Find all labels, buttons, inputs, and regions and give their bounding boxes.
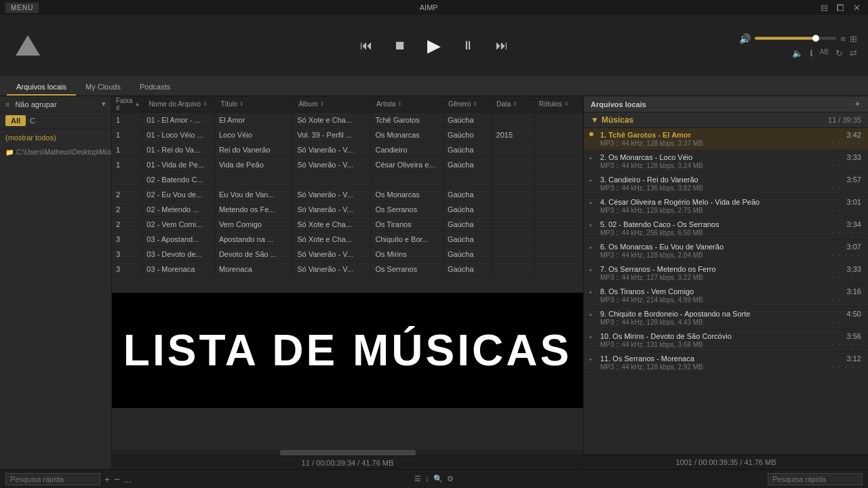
group-selector[interactable]: ≡ Não agrupar ▾ <box>0 96 111 113</box>
right-item-options[interactable]: · · · · · <box>832 363 861 371</box>
sort-icon[interactable]: ↕ <box>425 474 429 483</box>
th-faixa[interactable]: Faixa # ▲ <box>112 96 144 112</box>
shuffle-icon[interactable]: ⇄ <box>850 48 857 58</box>
logo-triangle <box>16 35 40 56</box>
section-title-text: Músicas <box>601 115 633 125</box>
right-item-meta: MP3 :: 44 kHz, 128 kbps, 2.84 MB <box>600 251 703 259</box>
next-button[interactable]: ⏭ <box>492 35 512 56</box>
right-item-options[interactable]: · · · · · <box>832 229 861 237</box>
minimize-icon[interactable]: ⊟ <box>818 3 830 13</box>
filter-c-button[interactable]: C <box>30 117 35 125</box>
list-item[interactable]: •8. Os Tiranos - Vem Comigo3:16MP3 :: 44… <box>584 285 868 307</box>
volume-slider[interactable] <box>755 37 836 40</box>
stop-button[interactable]: ⏹ <box>390 35 410 56</box>
prev-button[interactable]: ⏮ <box>356 35 376 56</box>
th-titulo[interactable]: Título ⇕ <box>216 96 294 112</box>
show-all-link[interactable]: (mostrar todos) <box>0 129 111 146</box>
list-item[interactable]: •9. Chiquito e Bordoneio - Apostando na … <box>584 307 868 329</box>
volume-icon: 🔊 <box>739 33 751 44</box>
right-item-duration: 3:57 <box>847 176 861 184</box>
filter-all-button[interactable]: All <box>5 115 26 126</box>
search-icon[interactable]: 🔍 <box>433 474 443 483</box>
play-indicator <box>589 132 593 136</box>
list-icon[interactable]: ☰ <box>414 474 421 483</box>
right-item-meta: MP3 :: 44 kHz, 128 kbps, 3.37 MB <box>600 140 703 147</box>
restore-icon[interactable]: ⧠ <box>834 3 847 13</box>
list-item[interactable]: •10. Os Mirins - Devoto de São Corcóvio3… <box>584 329 868 352</box>
settings-icon[interactable]: ⚙ <box>447 474 454 483</box>
tab-arquivos-locais[interactable]: Arquivos locais <box>7 79 76 96</box>
tab-podcasts[interactable]: Podcasts <box>130 79 180 96</box>
table-row[interactable]: 101 - Loco Véio ...Loco VéioVol. 39 - Pe… <box>112 127 583 142</box>
collapse-icon[interactable]: ▼ <box>591 115 599 125</box>
close-icon[interactable]: ✕ <box>851 3 863 13</box>
search-input-right[interactable] <box>768 473 863 485</box>
table-row[interactable]: 101 - Rei do Va...Rei do VanerãoSó Vaner… <box>112 142 583 157</box>
tab-my-clouds[interactable]: My Clouds <box>76 79 130 96</box>
more-icon[interactable]: ... <box>123 474 132 485</box>
volume-row: 🔊 ≡ ⊞ <box>739 33 857 44</box>
th-album[interactable]: Álbum ⇕ <box>294 96 372 112</box>
top-bar: MENU AIMP ⊟ ⧠ ✕ <box>0 0 868 15</box>
info-icon[interactable]: ℹ <box>810 48 813 58</box>
right-item-options[interactable]: · · · · · <box>832 296 861 304</box>
table-row[interactable]: 02 - Batendo C... <box>112 172 583 187</box>
speaker-icon[interactable]: 🔈 <box>792 48 803 58</box>
th-nome[interactable]: Nome do Arquivo ⇕ <box>144 96 216 112</box>
repeat-icon[interactable]: ↻ <box>835 48 843 58</box>
table-row[interactable]: 202 - Eu Vou de...Eu Vou de Van...Só Van… <box>112 187 583 202</box>
th-artista[interactable]: Artista ⇕ <box>372 96 444 112</box>
list-item[interactable]: •3. Candieiro - Rei do Vanerão3:57MP3 ::… <box>584 173 868 195</box>
right-item-options[interactable]: · · · · · <box>832 184 861 192</box>
right-item-name: 7. Os Serranos - Metendo os Ferro <box>600 265 716 273</box>
list-item[interactable]: 1. Tchê Garotos - El Amor3:42MP3 :: 44 k… <box>584 128 868 150</box>
bullet-icon: • <box>589 199 592 207</box>
layout-icon[interactable]: ⊞ <box>850 33 857 43</box>
add-icon[interactable]: + <box>104 474 110 485</box>
list-item[interactable]: •11. Os Serranos - Morenaca3:12MP3 :: 44… <box>584 352 868 374</box>
right-item-options[interactable]: · · · · · <box>832 140 861 147</box>
list-item[interactable]: •7. Os Serranos - Metendo os Ferro3:33MP… <box>584 262 868 285</box>
ab-icon[interactable]: AB <box>820 48 829 58</box>
list-item[interactable]: •2. Os Monarcas - Loco Véio3:33MP3 :: 44… <box>584 150 868 173</box>
table-row[interactable]: 303 - MorenacaMorenacaSó Vanerão - V...O… <box>112 262 583 277</box>
bullet-icon: • <box>589 333 592 341</box>
table-row[interactable]: 202 - Vem Comi...Vem ComigoSó Xote e Cha… <box>112 217 583 232</box>
right-item-duration: 3:16 <box>847 287 861 296</box>
list-item[interactable]: •6. Os Monarcas - Eu Vou de Vanerão3:07M… <box>584 240 868 262</box>
equalizer-icon[interactable]: ≡ <box>840 33 846 43</box>
tabs-bar: Arquivos locais My Clouds Podcasts <box>0 76 868 96</box>
right-item-options[interactable]: · · · · · <box>832 162 861 169</box>
table-row[interactable]: 303 - Apostand...Apostando na ...Só Xote… <box>112 232 583 247</box>
right-item-options[interactable]: · · · · · <box>832 319 861 326</box>
right-item-duration: 3:01 <box>847 198 861 206</box>
play-button[interactable]: ▶ <box>424 35 444 56</box>
right-panel-add-icon[interactable]: ✦ <box>854 99 861 109</box>
sort-album-icon: ⇕ <box>320 101 325 107</box>
h-scrollbar[interactable] <box>112 450 583 455</box>
search-input-left[interactable] <box>5 473 100 485</box>
hamburger-icon: ≡ <box>5 100 9 108</box>
volume-fill <box>755 37 816 40</box>
right-item-options[interactable]: · · · · · <box>832 251 861 259</box>
list-item[interactable]: •4. César Oliveira e Rogério Melo - Vida… <box>584 195 868 218</box>
bottom-icons-left: + − ... <box>104 474 132 485</box>
table-row[interactable]: 303 - Devoto de...Devoto de São ...Só Va… <box>112 247 583 262</box>
right-item-options[interactable]: · · · · · <box>832 207 861 214</box>
right-tab-label[interactable]: Arquivos locais <box>591 100 646 108</box>
th-rotulos[interactable]: Rótulos ⇕ <box>535 96 583 112</box>
remove-icon[interactable]: − <box>114 474 119 485</box>
th-data[interactable]: Data ⇕ <box>492 96 535 112</box>
right-item-options[interactable]: · · · · · <box>832 341 861 348</box>
table-row[interactable]: 101 - El Amor - ...El AmorSó Xote e Cha.… <box>112 113 583 127</box>
list-item[interactable]: •5. 02 - Batendo Caco - Os Serranos3:34M… <box>584 218 868 240</box>
right-item-options[interactable]: · · · · · <box>832 274 861 281</box>
bullet-icon: • <box>589 311 592 319</box>
table-row[interactable]: 101 - Vida de Pe...Vida de PeãoSó Vanerã… <box>112 157 583 172</box>
pause-button[interactable]: ⏸ <box>458 35 478 56</box>
h-scrollbar-thumb <box>280 450 416 455</box>
table-row[interactable]: 202 - Metendo ...Metendo os Fe...Só Vane… <box>112 202 583 217</box>
menu-button[interactable]: MENU <box>5 3 39 13</box>
th-genero[interactable]: Gênero ⇕ <box>444 96 492 112</box>
player-icons-row: 🔈 ℹ AB ↻ ⇄ <box>792 48 857 58</box>
